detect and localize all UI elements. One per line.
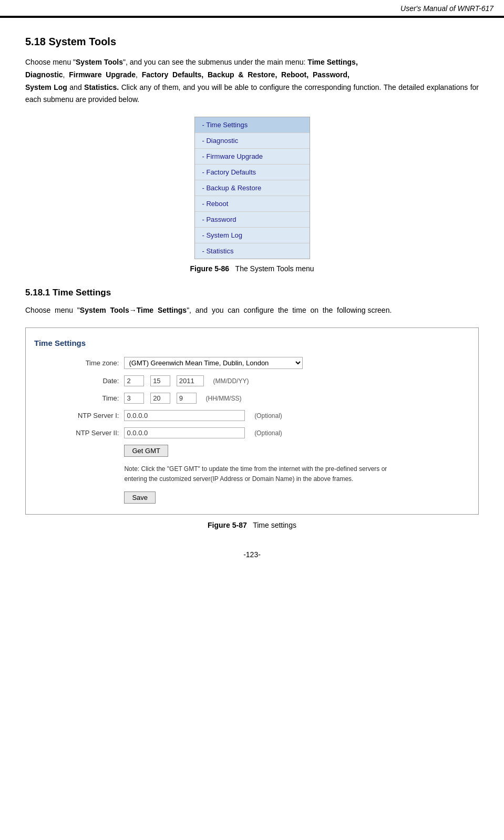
page-content: 5.18 System Tools Choose menu "System To… xyxy=(0,18,504,580)
figure-86-text: The System Tools menu xyxy=(235,264,314,273)
figure-87-text: Time settings xyxy=(253,521,296,529)
ntp2-label: NTP Server II: xyxy=(76,429,119,437)
figure-86-caption: Figure 5-86 The System Tools menu xyxy=(25,264,479,273)
system-tools-bold: System Tools xyxy=(76,58,123,66)
section-518: 5.18 System Tools Choose menu "System To… xyxy=(25,36,479,273)
figure-87-label: Figure 5-87 xyxy=(208,521,247,529)
time-settings-box: Time Settings Time zone: (GMT) Greenwich… xyxy=(25,327,479,515)
ntp2-row: NTP Server II: (Optional) xyxy=(56,427,448,445)
page-number: -123- xyxy=(243,550,261,559)
menu-item-backup-restore: - Backup & Restore xyxy=(195,180,310,196)
ntp2-hint: (Optional) xyxy=(254,429,282,437)
time-settings-form: Time zone: (GMT) Greenwich Mean Time, Du… xyxy=(56,357,448,504)
section-5181-intro: Choose menu "System Tools→Time Settings"… xyxy=(25,304,479,317)
page-footer: -123- xyxy=(25,550,479,569)
system-tools-menu: - Time Settings - Diagnostic - Firmware … xyxy=(194,117,310,259)
get-gmt-button[interactable]: Get GMT xyxy=(124,445,168,457)
time-label: Time: xyxy=(102,394,119,402)
figure-86-container: - Time Settings - Diagnostic - Firmware … xyxy=(25,117,479,273)
firmware-upgrade-bold: Firmware Upgrade xyxy=(69,70,136,79)
menu-item-system-log: - System Log xyxy=(195,228,310,243)
date-format-hint: (MM/DD/YY) xyxy=(213,377,249,385)
figure-87-caption: Figure 5-87 Time settings xyxy=(25,521,479,529)
timezone-label: Time zone: xyxy=(86,359,119,367)
time-hours-input[interactable] xyxy=(124,393,144,404)
date-year-input[interactable] xyxy=(177,375,204,386)
ntp1-label: NTP Server I: xyxy=(78,412,119,419)
timezone-row: Time zone: (GMT) Greenwich Mean Time, Du… xyxy=(56,357,448,375)
statistics-bold: Statistics. xyxy=(84,83,119,91)
save-button[interactable]: Save xyxy=(124,491,156,504)
factory-defaults-bold: Factory Defaults, Backup & Restore, Rebo… xyxy=(142,70,349,79)
system-log-bold: System Log xyxy=(25,83,67,91)
menu-item-password: - Password xyxy=(195,212,310,228)
date-month-input[interactable] xyxy=(124,375,144,386)
diagnostic-bold: Diagnostic xyxy=(25,70,63,79)
time-format-hint: (HH/MM/SS) xyxy=(205,395,241,402)
ntp1-row: NTP Server I: (Optional) xyxy=(56,410,448,427)
get-gmt-row: Get GMT xyxy=(56,445,448,464)
date-label: Date: xyxy=(102,377,119,385)
menu-item-reboot: - Reboot xyxy=(195,196,310,212)
system-tools-time-settings-bold: System Tools→Time Settings xyxy=(80,306,187,314)
time-minutes-input[interactable] xyxy=(150,393,170,404)
section-5181-title: 5.18.1 Time Settings xyxy=(25,288,479,298)
header-title: User's Manual of WNRT-617 xyxy=(400,4,493,13)
menu-item-firmware-upgrade: - Firmware Upgrade xyxy=(195,149,310,165)
ntp1-hint: (Optional) xyxy=(254,412,282,419)
save-row: Save xyxy=(56,491,448,504)
date-row: Date: (MM/DD/YY) xyxy=(56,375,448,393)
section-518-intro: Choose menu "System Tools", and you can … xyxy=(25,56,479,106)
menu-item-factory-defaults: - Factory Defaults xyxy=(195,165,310,180)
settings-note: Note: Click the "GET GMT" to update the … xyxy=(124,464,397,484)
timezone-select[interactable]: (GMT) Greenwich Mean Time, Dublin, Londo… xyxy=(124,357,303,369)
ntp2-input[interactable] xyxy=(124,427,245,438)
ntp1-input[interactable] xyxy=(124,410,245,421)
figure-86-label: Figure 5-86 xyxy=(190,264,229,273)
section-518-title: 5.18 System Tools xyxy=(25,36,479,48)
section-5181: 5.18.1 Time Settings Choose menu "System… xyxy=(25,288,479,529)
page-header: User's Manual of WNRT-617 xyxy=(0,0,504,17)
time-settings-box-title: Time Settings xyxy=(34,339,470,347)
time-seconds-input[interactable] xyxy=(177,393,197,404)
time-settings-bold: Time Settings, xyxy=(307,58,357,66)
time-row: Time: (HH/MM/SS) xyxy=(56,393,448,410)
note-row: Note: Click the "GET GMT" to update the … xyxy=(56,464,448,491)
menu-item-statistics: - Statistics xyxy=(195,243,310,259)
date-day-input[interactable] xyxy=(150,375,170,386)
menu-item-diagnostic: - Diagnostic xyxy=(195,133,310,149)
menu-item-time-settings: - Time Settings xyxy=(195,117,310,133)
